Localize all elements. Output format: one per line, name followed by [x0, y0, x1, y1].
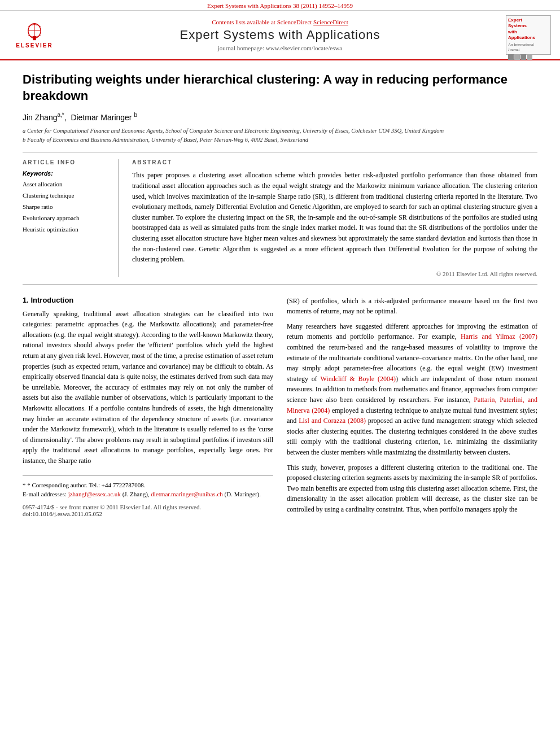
- article-info-section: ARTICLE INFO Keywords: Asset allocation …: [23, 159, 119, 277]
- keywords-list: Asset allocation Clustering technique Sh…: [23, 179, 109, 235]
- journal-title: Expert Systems with Applications: [60, 28, 500, 42]
- keyword-3: Sharpe ratio: [23, 202, 109, 213]
- author-a-sup: a,*: [57, 112, 64, 118]
- affiliations: a Center for Computational Finance and E…: [23, 126, 537, 145]
- affiliation-a: a Center for Computational Finance and E…: [23, 126, 537, 136]
- elsevier-label: ELSEVIER: [16, 42, 53, 49]
- footnote-emails: E-mail addresses: jzhangf@essex.ac.uk (J…: [23, 490, 273, 499]
- eswa-logo-title: ExpertSystemswithApplications: [508, 18, 549, 41]
- abstract-section: ABSTRACT This paper proposes a clusterin…: [132, 159, 537, 277]
- article-body: Distributing weights under hierarchical …: [0, 60, 560, 531]
- article-info-label: ARTICLE INFO: [23, 159, 109, 165]
- section1-left-text: Generally speaking, traditional asset al…: [23, 309, 273, 466]
- keyword-1: Asset allocation: [23, 179, 109, 190]
- left-column: 1. Introduction Generally speaking, trad…: [23, 296, 273, 519]
- sciencedirect-link[interactable]: ScienceDirect: [313, 19, 348, 25]
- authors-line: Jin Zhanga,*, Dietmar Maringer b: [23, 112, 537, 122]
- journal-citation-bar: Expert Systems with Applications 38 (201…: [0, 0, 560, 11]
- journal-header-right: ExpertSystemswithApplications An Interna…: [500, 15, 551, 55]
- footnote-corresponding: * * Corresponding author. Tel.: +44 7722…: [23, 480, 273, 490]
- journal-header-center: Contents lists available at ScienceDirec…: [60, 19, 500, 51]
- elsevier-logo: ELSEVIER: [9, 20, 60, 51]
- article-info-abstract: ARTICLE INFO Keywords: Asset allocation …: [23, 152, 537, 284]
- journal-header: ELSEVIER Contents lists available at Sci…: [0, 11, 560, 60]
- abstract-text: This paper proposes a clustering asset a…: [132, 170, 537, 264]
- section1-title: 1. Introduction: [23, 296, 273, 304]
- keyword-4: Evolutionary approach: [23, 213, 109, 224]
- keyword-5: Heuristic optimization: [23, 224, 109, 235]
- ref-lisl-corazza[interactable]: Lisl and Corazza (2008): [299, 417, 366, 425]
- right-column: (SR) of portfolios, which is a risk-adju…: [287, 296, 537, 519]
- section1-right-text-3: This study, however, proposes a differen…: [287, 462, 537, 515]
- section1-right-text-2: Many researchers have suggested differen…: [287, 321, 537, 458]
- author-b-sup: b: [134, 112, 137, 118]
- eswa-logo-icons: [508, 54, 549, 60]
- keyword-2: Clustering technique: [23, 190, 109, 202]
- email-dm-link[interactable]: dietmar.maringer@unibas.ch: [151, 491, 222, 497]
- author-b-name: Dietmar Maringer: [71, 113, 132, 122]
- section1-right-text-1: (SR) of portfolios, which is a risk-adju…: [287, 296, 537, 317]
- eswa-logo-subtitle: An InternationalJournal: [508, 42, 549, 53]
- when-text: when: [423, 505, 438, 513]
- sciencedirect-text: Contents lists available at ScienceDirec…: [60, 19, 500, 25]
- ref-pattarin[interactable]: Pattarin, Paterlini, and Minerva (2004): [287, 396, 537, 414]
- doi-line: 0957-4174/$ - see front matter © 2011 El…: [23, 504, 273, 517]
- keywords-label: Keywords:: [23, 170, 109, 177]
- article-title: Distributing weights under hierarchical …: [23, 72, 537, 104]
- ref-windcliff-boyle[interactable]: Windcliff & Boyle (2004): [321, 375, 396, 383]
- copyright-line: © 2011 Elsevier Ltd. All rights reserved…: [132, 270, 537, 277]
- two-column-body: 1. Introduction Generally speaking, trad…: [23, 296, 537, 519]
- affiliation-b: b Faculty of Economics and Business Admi…: [23, 136, 537, 145]
- page-wrapper: Expert Systems with Applications 38 (201…: [0, 0, 560, 531]
- journal-homepage: journal homepage: www.elsevier.com/locat…: [60, 45, 500, 51]
- ref-harris-yilmaz[interactable]: Harris and Yilmaz (2007): [461, 333, 537, 340]
- abstract-label: ABSTRACT: [132, 159, 537, 165]
- eswa-logo-box: ExpertSystemswithApplications An Interna…: [506, 15, 551, 55]
- author-a-name: Jin Zhang: [23, 113, 57, 122]
- footnote-area: * * Corresponding author. Tel.: +44 7722…: [23, 475, 273, 517]
- email-jz-link[interactable]: jzhangf@essex.ac.uk: [68, 491, 121, 497]
- journal-citation: Expert Systems with Applications 38 (201…: [207, 2, 353, 9]
